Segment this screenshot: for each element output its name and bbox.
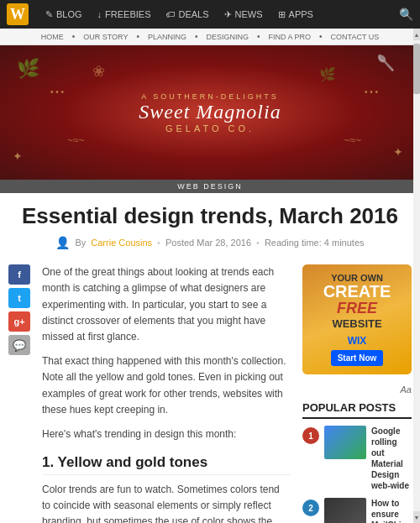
deco-leaf-2: 🌿 — [319, 66, 336, 82]
news-icon: ✈ — [224, 9, 232, 20]
post-title-1: Google rolling out Material Design web-w… — [371, 426, 412, 491]
sidebar: YOUR OWN CREATE FREE WEBSITE WIX Start N… — [302, 256, 412, 523]
font-size-label: Aa — [401, 384, 412, 395]
hero-brand2: Gelato Co. — [139, 123, 281, 133]
deco-star-1: ✦ — [13, 149, 23, 163]
nav-items: ✎ Blog ↓ Freebies 🏷 Deals ✈ News ⊞ Apps — [39, 6, 399, 24]
deco-dot-2: • • • — [365, 87, 378, 97]
author-link[interactable]: Carrie Cousins — [91, 238, 152, 248]
post-num-1: 1 — [302, 427, 319, 444]
deco-swirl-2: ~≈~ — [344, 134, 361, 146]
nav-news[interactable]: ✈ News — [218, 6, 270, 24]
deco-dot-1: • • • — [50, 87, 64, 97]
article-para-2: That exact thing happened with this mont… — [42, 353, 291, 418]
search-icon[interactable]: 🔍 — [399, 8, 413, 21]
post-info-2: How to ensure MailChimp emails actually … — [371, 498, 414, 523]
web-design-badge: Web Design — [0, 180, 420, 193]
start-now-button[interactable]: Start Now — [331, 350, 384, 366]
popular-posts-section: Popular Posts 1 Google rolling out Mater… — [302, 401, 412, 523]
ad-website-text: WEBSITE — [309, 317, 405, 330]
article-header: Essential design trends, March 2016 👤 By… — [0, 193, 420, 256]
freebies-icon: ↓ — [97, 9, 102, 19]
font-size-control[interactable]: Aa — [302, 384, 412, 395]
ad-text: YOUR OWN CREATE FREE WEBSITE WIX Start N… — [309, 273, 405, 366]
article-para-1: One of the great things about looking at… — [42, 264, 291, 345]
scroll-down-button[interactable]: ▼ — [413, 511, 420, 523]
post-num-2: 2 — [302, 499, 319, 516]
reading-time: Reading time: 4 minutes — [265, 238, 365, 248]
nav-our-story[interactable]: Our Story — [83, 33, 128, 41]
nav-planning[interactable]: Planning — [148, 33, 186, 41]
scroll-up-button[interactable]: ▲ — [413, 29, 420, 40]
hero-brand: Sweet Magnolia — [139, 101, 281, 123]
comment-button[interactable]: 💬 — [8, 335, 30, 355]
section1-heading: 1. Yellow and gold tones — [42, 454, 291, 475]
post-title-2: How to ensure MailChimp emails actually … — [371, 498, 414, 523]
wix-brand: WIX — [348, 335, 367, 347]
avatar: 👤 — [55, 236, 70, 249]
hero-text: A Southern-Delights Sweet Magnolia Gelat… — [139, 92, 281, 133]
post-date: Posted Mar 28, 2016 — [165, 238, 251, 248]
ad-create-text: CREATE — [309, 283, 405, 300]
nav-find-a-pro[interactable]: Find A Pro — [269, 33, 312, 41]
deco-spoon: 🥄 — [376, 54, 395, 72]
article-content: One of the great things about looking at… — [42, 256, 291, 523]
nav-freebies[interactable]: ↓ Freebies — [91, 6, 158, 24]
deco-leaf-1: 🌿 — [17, 58, 39, 80]
nav-apps[interactable]: ⊞ Apps — [271, 6, 320, 24]
section1-para-1: Color trends are fun to watch. Sometimes… — [42, 482, 291, 523]
article-title: Essential design trends, March 2016 — [17, 203, 403, 229]
by-text: By — [75, 238, 86, 248]
deco-star-2: ✦ — [393, 145, 403, 159]
facebook-share-button[interactable]: f — [8, 264, 30, 285]
deco-swirl: ~≈~ — [67, 134, 85, 146]
nav-contact-us[interactable]: Contact Us — [331, 33, 380, 41]
post-thumb-2 — [324, 498, 366, 523]
site-logo[interactable]: W — [7, 3, 29, 25]
wix-logo: WIX — [309, 335, 405, 347]
googleplus-share-button[interactable]: g+ — [8, 311, 30, 332]
deco-flower: ❀ — [92, 62, 105, 81]
social-bar: f t g+ 💬 — [8, 256, 30, 523]
top-navigation: W ✎ Blog ↓ Freebies 🏷 Deals ✈ News ⊞ App… — [0, 0, 420, 29]
popular-post-1[interactable]: 1 Google rolling out Material Design web… — [302, 426, 412, 491]
deals-icon: 🏷 — [165, 9, 175, 19]
post-info-1: Google rolling out Material Design web-w… — [371, 426, 412, 491]
post-thumb-1 — [324, 426, 366, 459]
article-para-3: Here's what's trending in design this mo… — [42, 426, 291, 442]
apps-icon: ⊞ — [278, 9, 286, 20]
ad-free-text: FREE — [309, 300, 405, 317]
hero-image: 🌿 🥄 ✦ ✦ • • • • • • ❀ 🌿 ~≈~ ~≈~ A Southe… — [0, 45, 420, 180]
popular-posts-title: Popular Posts — [302, 401, 412, 419]
ad-banner[interactable]: YOUR OWN CREATE FREE WEBSITE WIX Start N… — [302, 264, 412, 374]
hero-subtitle: A Southern-Delights — [139, 92, 281, 101]
twitter-share-button[interactable]: t — [8, 288, 30, 308]
main-layout: f t g+ 💬 One of the great things about l… — [0, 256, 420, 523]
article-meta: 👤 By Carrie Cousins • Posted Mar 28, 201… — [17, 236, 403, 249]
secondary-navigation: Home • Our Story • Planning • Designing … — [0, 29, 420, 45]
nav-deals[interactable]: 🏷 Deals — [159, 6, 215, 24]
blog-icon: ✎ — [45, 9, 53, 20]
nav-designing[interactable]: Designing — [207, 33, 249, 41]
nav-blog[interactable]: ✎ Blog — [39, 6, 89, 24]
popular-post-2[interactable]: 2 How to ensure MailChimp emails actuall… — [302, 498, 412, 523]
nav-home[interactable]: Home — [41, 33, 64, 41]
